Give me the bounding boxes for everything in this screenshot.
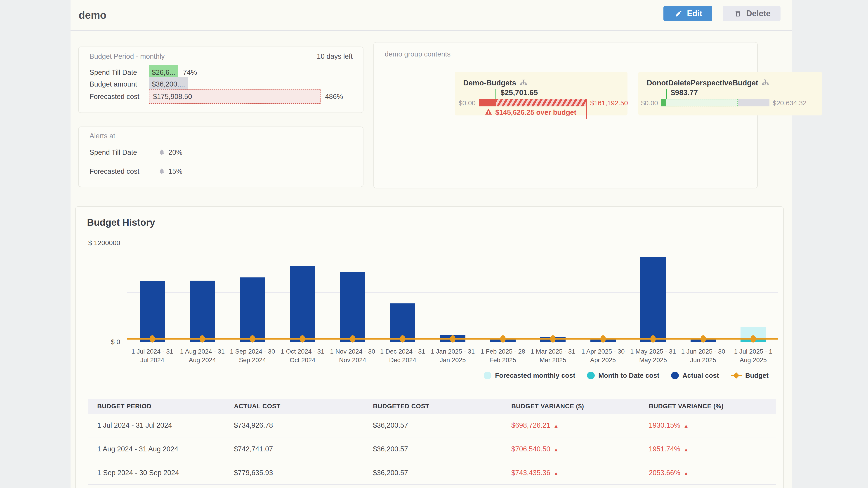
alerts-title: Alerts at — [90, 132, 115, 140]
budget-history-table: Budget PeriodActual CostBudgeted CostBud… — [88, 399, 776, 485]
budget-marker — [250, 335, 255, 343]
cell-budgeted-cost: $36,200.57 — [373, 421, 511, 429]
hierarchy-icon[interactable] — [762, 78, 769, 88]
page-title: demo — [79, 9, 106, 21]
forecasted-cost-label: Forecasted cost — [90, 93, 149, 101]
budget-card[interactable]: DonotDeletePerspectiveBudget$983.77$0.00… — [638, 72, 822, 116]
bar-min-label: $0.00 — [454, 99, 475, 107]
budget-marker — [750, 335, 756, 343]
variance-pct-value: 1930.15% — [649, 421, 680, 429]
variance-usd-value: $706,540.50 — [511, 445, 550, 453]
cell-budget-period: 1 Jul 2024 - 31 Jul 2024 — [88, 421, 234, 429]
actual-cost-bar[interactable] — [240, 278, 265, 342]
legend-item-forecasted-monthly-cost[interactable]: Forecasted monthly cost — [484, 372, 575, 379]
delete-button[interactable]: Delete — [723, 6, 780, 21]
bell-icon — [158, 149, 165, 156]
cell-budget-variance-pct: 1930.15%▲ — [649, 421, 776, 429]
cell-budget-period: 1 Sep 2024 - 30 Sep 2024 — [88, 469, 234, 477]
legend-item-budget[interactable]: Budget — [731, 372, 769, 379]
table-header-cell: Budget Variance (%) — [649, 402, 776, 410]
y-axis-label-zero: $ 0 — [75, 338, 120, 346]
delete-button-label: Delete — [746, 9, 771, 18]
variance-usd-value: $698,726.21 — [511, 421, 550, 429]
x-axis-label: 1 Jan 2025 - 31 Jan 2025 — [429, 347, 476, 364]
alerts-card: Alerts at Spend Till Date 20% Forecasted… — [78, 127, 364, 187]
legend-swatch — [484, 372, 491, 379]
variance-up-icon: ▲ — [684, 423, 689, 429]
cell-budget-period: 1 Aug 2024 - 31 Aug 2024 — [88, 445, 234, 453]
table-row: 1 Jul 2024 - 31 Jul 2024$734,926.78$36,2… — [88, 414, 776, 437]
budget-marker — [150, 335, 155, 343]
budget-period-title: Budget Period - monthly — [90, 53, 165, 61]
x-axis-label: 1 Jul 2024 - 31 Jul 2024 — [129, 347, 176, 364]
actual-cost-bar[interactable] — [140, 281, 165, 342]
bar-max-label: $20,634.32 — [773, 99, 807, 107]
bar-min-label: $0.00 — [636, 99, 658, 107]
variance-pct-value: 2053.66% — [649, 469, 680, 477]
table-row: 1 Sep 2024 - 30 Sep 2024$779,635.93$36,2… — [88, 461, 776, 485]
forecasted-cost-box: $175,908.50 — [149, 90, 320, 104]
budget-current-value: $983.77 — [671, 88, 698, 97]
legend-swatch — [587, 372, 595, 379]
legend-budget-diamond — [733, 372, 739, 379]
budget-progress-bar[interactable] — [661, 99, 770, 106]
variance-up-icon: ▲ — [553, 447, 559, 453]
budget-marker — [650, 335, 656, 343]
actual-cost-bar[interactable] — [190, 281, 215, 342]
bar-max-label: $161,192.50 — [590, 99, 628, 107]
budget-marker — [600, 335, 606, 343]
spent-segment — [479, 99, 496, 106]
alert-spend-label: Spend Till Date — [90, 149, 158, 157]
legend-label: Month to Date cost — [598, 372, 659, 379]
table-row: 1 Aug 2024 - 31 Aug 2024$742,741.07$36,2… — [88, 437, 776, 461]
cell-actual-cost: $734,926.78 — [234, 421, 373, 429]
hierarchy-icon[interactable] — [520, 78, 527, 88]
over-budget-text: $145,626.25 over budget — [495, 108, 576, 117]
x-axis-label: 1 Aug 2024 - 31 Aug 2024 — [179, 347, 226, 364]
legend-item-actual-cost[interactable]: Actual cost — [671, 372, 719, 379]
table-header-cell: Budget Variance ($) — [511, 402, 649, 410]
table-body: 1 Jul 2024 - 31 Jul 2024$734,926.78$36,2… — [88, 414, 776, 485]
budget-card[interactable]: Demo-Budgets$25,701.65$0.00$161,192.50$1… — [455, 72, 627, 116]
actual-cost-bar[interactable] — [290, 266, 315, 342]
table-header-cell: Budgeted Cost — [373, 402, 511, 410]
cell-budgeted-cost: $36,200.57 — [373, 445, 511, 453]
pencil-icon — [675, 10, 682, 18]
budget-progress-bar[interactable] — [479, 99, 587, 106]
bell-icon — [158, 168, 165, 175]
chart-legend: Forecasted monthly costMonth to Date cos… — [484, 370, 769, 381]
budget-current-value: $25,701.65 — [500, 88, 538, 97]
x-axis-label: 1 Nov 2024 - 30 Nov 2024 — [329, 347, 376, 364]
x-axis-label: 1 Oct 2024 - 31 Oct 2024 — [279, 347, 326, 364]
x-axis-label: 1 May 2025 - 31 May 2025 — [629, 347, 677, 364]
x-axis-label: 1 Apr 2025 - 30 Apr 2025 — [579, 347, 627, 364]
cell-actual-cost: $779,635.93 — [234, 469, 373, 477]
variance-up-icon: ▲ — [553, 470, 559, 476]
legend-item-month-to-date-cost[interactable]: Month to Date cost — [587, 372, 659, 379]
alert-row-forecast: Forecasted cost 15% — [90, 167, 182, 175]
x-axis-label: 1 Dec 2024 - 31 Dec 2024 — [379, 347, 426, 364]
budget-name: DonotDeletePerspectiveBudget — [647, 78, 769, 88]
variance-up-icon: ▲ — [684, 470, 689, 476]
cell-budgeted-cost: $36,200.57 — [373, 469, 511, 477]
budget-marker — [450, 335, 456, 343]
spend-till-date-label: Spend Till Date — [90, 68, 149, 76]
budget-name: Demo-Budgets — [463, 78, 527, 88]
legend-label: Forecasted monthly cost — [495, 372, 575, 379]
actual-cost-bar[interactable] — [640, 257, 666, 342]
edit-button[interactable]: Edit — [663, 6, 712, 21]
edit-button-label: Edit — [687, 9, 702, 18]
group-contents-title: demo group contents — [385, 50, 451, 58]
table-header-cell: Budget Period — [88, 402, 234, 410]
trash-icon — [734, 10, 742, 18]
page-root: demo Edit Delete Budget Period - month — [0, 0, 868, 488]
forecast-over-segment — [496, 99, 587, 106]
legend-label: Actual cost — [682, 372, 719, 379]
alert-forecast-value: 15% — [168, 167, 182, 175]
variance-usd-value: $743,435.36 — [511, 469, 550, 477]
budget-amount-label: Budget amount — [90, 80, 149, 88]
actual-cost-bar[interactable] — [340, 272, 365, 342]
cell-budget-variance-usd: $698,726.21▲ — [511, 421, 649, 429]
budget-name-label: Demo-Budgets — [463, 78, 516, 87]
legend-label: Budget — [745, 372, 769, 379]
